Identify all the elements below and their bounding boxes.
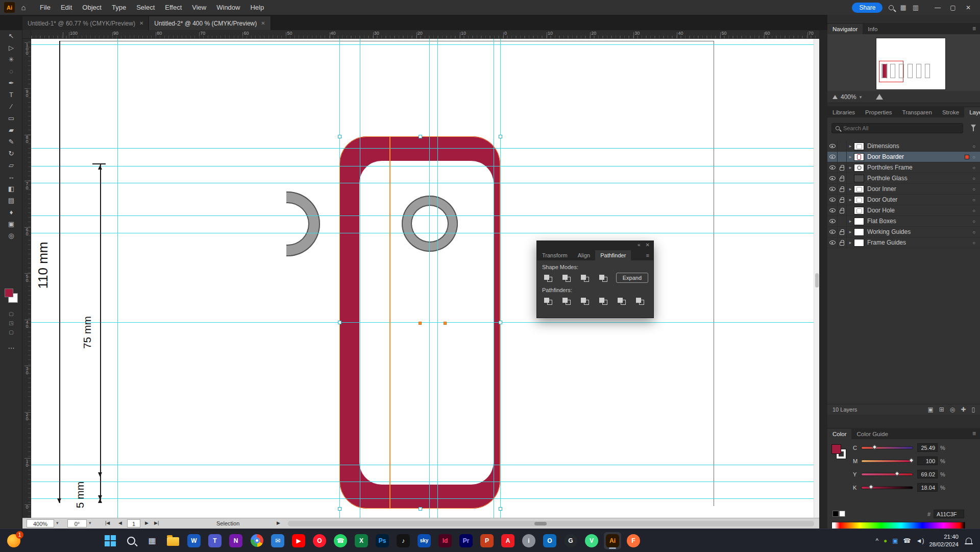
illustrator-logo-icon[interactable]: Ai bbox=[4, 2, 15, 13]
minimize-button[interactable]: — bbox=[930, 2, 945, 13]
close-icon[interactable]: ✕ bbox=[261, 20, 265, 26]
taskbar-outlook-icon[interactable]: O bbox=[541, 532, 558, 549]
layer-row[interactable]: Porthole Glass○ bbox=[827, 173, 980, 184]
visibility-toggle[interactable] bbox=[827, 205, 838, 215]
anchor-point[interactable] bbox=[419, 135, 422, 138]
magic-wand-tool[interactable]: ✳ bbox=[0, 54, 22, 65]
visibility-toggle[interactable] bbox=[827, 216, 838, 226]
width-tool[interactable]: ↔ bbox=[0, 171, 22, 183]
rectangle-tool[interactable]: ▭ bbox=[0, 112, 22, 124]
volume-icon[interactable]: ◄) bbox=[916, 537, 924, 544]
pathfinder-tab-pathfinder[interactable]: Pathfinder bbox=[595, 250, 631, 260]
lock-toggle[interactable] bbox=[838, 162, 847, 173]
taskbar-sky-icon[interactable]: sky bbox=[415, 532, 433, 549]
black-white-swatches[interactable] bbox=[832, 511, 846, 518]
layer-row[interactable]: ▸Working Guides○ bbox=[827, 227, 980, 237]
target-circle-icon[interactable]: ○ bbox=[972, 208, 975, 213]
lock-toggle[interactable] bbox=[838, 184, 847, 194]
rotate-tool[interactable]: ↻ bbox=[0, 148, 22, 159]
slider-thumb[interactable] bbox=[895, 471, 900, 476]
layer-row[interactable]: ▸Frame Guides○ bbox=[827, 237, 980, 248]
lock-toggle[interactable] bbox=[838, 216, 847, 226]
tab-properties[interactable]: Properties bbox=[860, 107, 897, 117]
slider-thumb[interactable] bbox=[869, 485, 874, 490]
target-circle-icon[interactable]: ○ bbox=[972, 154, 975, 160]
artboard-tool[interactable]: ▣ bbox=[0, 218, 22, 230]
menu-object[interactable]: Object bbox=[78, 2, 106, 13]
visibility-toggle[interactable] bbox=[827, 141, 838, 151]
close-icon[interactable]: ✕ bbox=[646, 242, 650, 248]
phone-link-icon[interactable]: ☎ bbox=[903, 537, 911, 544]
new-layer-icon[interactable]: ✚ bbox=[961, 406, 966, 413]
lock-toggle[interactable] bbox=[838, 237, 847, 248]
visibility-toggle[interactable] bbox=[827, 237, 838, 248]
menu-view[interactable]: View bbox=[187, 2, 211, 13]
taskbar-word-icon[interactable]: W bbox=[185, 532, 203, 549]
collapse-icon[interactable]: « bbox=[638, 242, 641, 248]
direct-selection-tool[interactable]: ▷ bbox=[0, 42, 22, 54]
taskbar-premiere-icon[interactable]: Pr bbox=[457, 532, 475, 549]
channel-slider-m[interactable] bbox=[861, 460, 913, 463]
artboard-number-field[interactable]: 1 bbox=[127, 519, 140, 527]
delete-layer-icon[interactable]: ▯ bbox=[971, 406, 975, 413]
next-artboard-button[interactable]: ▶ bbox=[145, 520, 149, 525]
line-segment-tool[interactable]: ∕ bbox=[0, 101, 22, 112]
eyedropper-tool[interactable]: ♦ bbox=[0, 206, 22, 218]
anchor-point[interactable] bbox=[419, 507, 422, 511]
expand-button[interactable]: Expand bbox=[616, 273, 648, 283]
visibility-toggle[interactable] bbox=[827, 162, 838, 173]
navigator-zoom-value[interactable]: 400% bbox=[841, 93, 856, 101]
target-circle-icon[interactable]: ○ bbox=[972, 240, 975, 246]
taskbar-youtube-icon[interactable]: ▶ bbox=[290, 532, 307, 549]
close-button[interactable]: ✕ bbox=[961, 2, 976, 13]
channel-value-field[interactable]: 25.49 bbox=[917, 443, 938, 452]
visibility-toggle[interactable] bbox=[827, 227, 838, 237]
arrange-documents-icon[interactable]: ▦ bbox=[900, 4, 906, 11]
tray-app-icon[interactable]: ▣ bbox=[892, 537, 898, 544]
layer-row[interactable]: Door Hole○ bbox=[827, 205, 980, 216]
horizontal-scrollbar[interactable] bbox=[288, 521, 814, 526]
status-expand-icon[interactable]: ▶ bbox=[277, 520, 280, 525]
color-tab-color[interactable]: Color bbox=[827, 429, 851, 439]
channel-slider-k[interactable] bbox=[861, 486, 913, 489]
chevron-right-icon[interactable]: ▸ bbox=[847, 219, 854, 224]
chevron-down-icon[interactable]: ▾ bbox=[860, 94, 862, 100]
tab-transparen[interactable]: Transparen bbox=[897, 107, 937, 117]
taskbar-onenote-icon[interactable]: N bbox=[227, 532, 244, 549]
intersect-button[interactable] bbox=[579, 273, 592, 283]
taskbar-indesign-icon[interactable]: Id bbox=[436, 532, 454, 549]
layers-search[interactable] bbox=[831, 123, 963, 133]
visibility-toggle[interactable] bbox=[827, 152, 838, 162]
minus-back-button[interactable] bbox=[634, 296, 647, 306]
guide-horizontal[interactable] bbox=[31, 44, 819, 45]
taskbar-info-icon[interactable]: i bbox=[520, 532, 537, 549]
panel-menu-icon[interactable]: ≡ bbox=[642, 250, 653, 260]
chevron-right-icon[interactable]: ▸ bbox=[847, 143, 854, 149]
taskbar-opera-icon[interactable]: O bbox=[311, 532, 328, 549]
hex-value-field[interactable]: A11C3F bbox=[934, 510, 964, 518]
toolbar-overflow[interactable]: ⋯ bbox=[0, 344, 22, 352]
anchor-point[interactable] bbox=[338, 507, 341, 511]
taskbar-firefox-icon[interactable]: F bbox=[625, 532, 642, 549]
gradient-tool[interactable]: ▤ bbox=[0, 195, 22, 206]
anchor-point[interactable] bbox=[499, 507, 502, 511]
screen-mode-icon[interactable]: ▢ bbox=[0, 329, 22, 339]
lock-toggle[interactable] bbox=[838, 205, 847, 215]
target-circle-icon[interactable]: ○ bbox=[972, 229, 975, 235]
paintbrush-tool[interactable]: ▰ bbox=[0, 124, 22, 136]
navigator-thumbnail[interactable] bbox=[876, 38, 945, 89]
chevron-right-icon[interactable]: ▸ bbox=[847, 154, 854, 159]
new-sublayer-icon[interactable]: ⊞ bbox=[939, 406, 944, 413]
channel-slider-y[interactable] bbox=[861, 473, 913, 476]
layer-row[interactable]: ▸Door Inner○ bbox=[827, 184, 980, 195]
exclude-button[interactable] bbox=[597, 273, 610, 283]
taskbar-start-icon[interactable] bbox=[102, 532, 119, 549]
taskbar-vanced-icon[interactable]: V bbox=[583, 532, 600, 549]
anchor-point[interactable] bbox=[338, 135, 341, 138]
merge-button[interactable] bbox=[579, 296, 592, 306]
taskbar-chrome-icon[interactable] bbox=[248, 532, 265, 549]
layer-row[interactable]: ▸Portholes Frame○ bbox=[827, 162, 980, 173]
chevron-down-icon[interactable]: ▾ bbox=[56, 520, 59, 525]
make-clipping-mask-icon[interactable]: ▣ bbox=[927, 406, 933, 413]
rotation-field[interactable]: 0° bbox=[67, 519, 87, 527]
